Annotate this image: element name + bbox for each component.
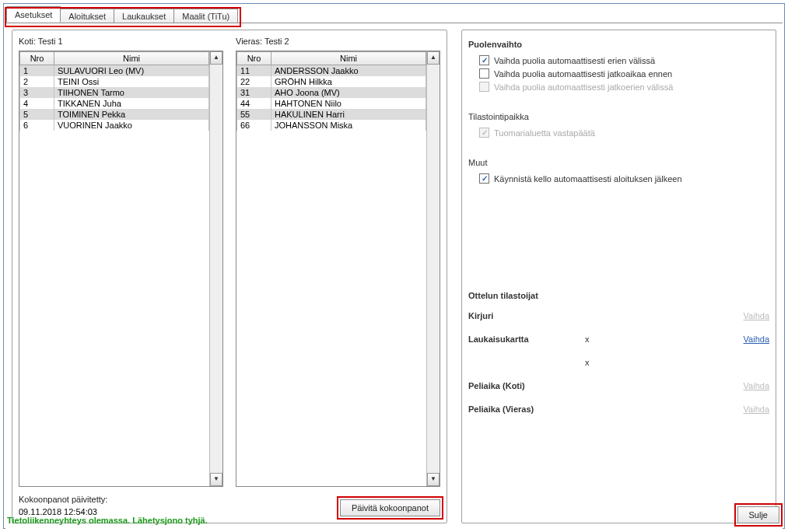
scroll-up-icon[interactable]: ▲	[427, 51, 440, 65]
check-icon: ✓	[482, 57, 488, 65]
tab-label: Maalit (TiTu)	[182, 12, 229, 21]
scroll-up-icon[interactable]: ▲	[210, 51, 222, 65]
scrollbar[interactable]: ▲ ▼	[209, 51, 222, 486]
away-roster-table-wrap: Nro Nimi 11ANDERSSON Jaakko22GRÖHN Hilkk…	[236, 51, 440, 487]
tab-content: Koti: Testi 1 Nro Nimi	[5, 23, 783, 530]
table-row[interactable]: 11ANDERSSON Jaakko	[237, 65, 426, 77]
tab-label: Asetukset	[15, 10, 52, 19]
table-row[interactable]: 55HAKULINEN Harri	[237, 109, 426, 120]
cell-name: VUORINEN Jaakko	[54, 120, 209, 131]
col-header-name[interactable]: Nimi	[54, 52, 209, 65]
table-row[interactable]: 66JOHANSSON Miska	[237, 120, 426, 131]
cell-name: TIIHONEN Tarmo	[54, 87, 209, 98]
rosters-panel: Koti: Testi 1 Nro Nimi	[12, 30, 447, 523]
checkbox-row[interactable]: ✓Vaihda puolia automaattisesti erien väl…	[479, 55, 769, 65]
section-title-stats-people: Ottelun tilastoijat	[468, 291, 769, 300]
app-frame: Asetukset Aloitukset Laukaukset Maalit (…	[3, 3, 785, 529]
checkbox-label: Vaihda puolia automaattisesti erien väli…	[494, 56, 655, 65]
cell-nro: 44	[237, 98, 271, 109]
scrollbar[interactable]: ▲ ▼	[426, 51, 440, 486]
tab-label: Laukaukset	[122, 12, 166, 21]
cell-nro: 31	[237, 87, 271, 98]
stats-person-value: x	[585, 358, 738, 367]
check-icon: ✓	[482, 175, 488, 183]
away-team-label: Vieras: Testi 2	[236, 37, 440, 46]
change-link: Vaihda	[744, 381, 769, 390]
tab-faceoffs[interactable]: Aloitukset	[60, 9, 114, 23]
section-title-side-change: Puolenvaihto	[468, 40, 769, 49]
change-link[interactable]: Vaihda	[744, 334, 769, 344]
stats-role-label: Laukaisukartta	[468, 334, 585, 344]
home-team-label: Koti: Testi 1	[19, 37, 223, 46]
table-row[interactable]: 2TEINI Ossi	[20, 76, 209, 87]
checkbox: ✓	[479, 128, 489, 138]
checkbox-label: Vaihda puolia automaattisesti jatkoerien…	[494, 82, 673, 92]
cell-name: HAKULINEN Harri	[271, 109, 426, 120]
connection-status: Tietoliikenneyhteys olemassa. Lähetysjon…	[7, 516, 208, 525]
cell-name: JOHANSSON Miska	[271, 120, 426, 131]
cell-nro: 4	[20, 98, 54, 109]
home-roster-column: Koti: Testi 1 Nro Nimi	[19, 37, 223, 487]
cell-nro: 11	[237, 65, 271, 77]
cell-nro: 55	[237, 109, 271, 120]
col-header-nro[interactable]: Nro	[237, 52, 271, 65]
change-link: Vaihda	[744, 311, 769, 320]
cell-name: AHO Joona (MV)	[271, 87, 426, 98]
stats-role-label: Peliaika (Vieras)	[468, 404, 585, 414]
tab-shots[interactable]: Laukaukset	[114, 9, 174, 23]
checkbox[interactable]: ✓	[479, 55, 489, 65]
close-button[interactable]: Sulje	[737, 506, 779, 523]
cell-nro: 6	[20, 120, 54, 131]
change-link: Vaihda	[744, 404, 769, 414]
checkbox-label: Vaihda puolia automaattisesti jatkoaikaa…	[494, 69, 672, 79]
stats-person-row: x	[468, 353, 769, 376]
stats-person-row: Peliaika (Koti)Vaihda	[468, 376, 769, 400]
away-roster-column: Vieras: Testi 2 Nro Nimi	[236, 37, 440, 487]
tab-bar: Asetukset Aloitukset Laukaukset Maalit (…	[4, 4, 784, 23]
checkbox-row[interactable]: ✓Käynnistä kello automaattisesti aloituk…	[479, 173, 769, 184]
stats-person-value: x	[585, 334, 744, 344]
table-row[interactable]: 1SULAVUORI Leo (MV)	[20, 65, 209, 77]
away-roster-table[interactable]: Nro Nimi 11ANDERSSON Jaakko22GRÖHN Hilkk…	[236, 51, 426, 131]
table-row[interactable]: 4TIKKANEN Juha	[20, 98, 209, 109]
cell-nro: 1	[20, 65, 54, 77]
tab-label: Aloitukset	[68, 12, 106, 21]
cell-name: HAHTONEN Niilo	[271, 98, 426, 109]
checkbox-row: ✓Tuomarialuetta vastapäätä	[479, 128, 769, 138]
tab-goals[interactable]: Maalit (TiTu)	[173, 9, 238, 23]
checkbox-row: Vaihda puolia automaattisesti jatkoerien…	[479, 82, 769, 92]
table-row[interactable]: 5TOIMINEN Pekka	[20, 109, 209, 120]
cell-name: TIKKANEN Juha	[54, 98, 209, 109]
checkbox-row[interactable]: Vaihda puolia automaattisesti jatkoaikaa…	[479, 68, 769, 79]
section-title-other: Muut	[468, 158, 769, 167]
col-header-name[interactable]: Nimi	[271, 52, 426, 65]
scroll-down-icon[interactable]: ▼	[427, 473, 440, 486]
col-header-nro[interactable]: Nro	[20, 52, 54, 65]
settings-panel: Puolenvaihto ✓Vaihda puolia automaattise…	[461, 30, 776, 523]
checkbox-label: Käynnistä kello automaattisesti aloituks…	[494, 174, 682, 184]
cell-name: TEINI Ossi	[54, 76, 209, 87]
cell-nro: 3	[20, 87, 54, 98]
stats-person-row: LaukaisukarttaxVaihda	[468, 330, 769, 353]
cell-nro: 22	[237, 76, 271, 87]
check-icon: ✓	[482, 129, 488, 137]
checkbox-label: Tuomarialuetta vastapäätä	[494, 128, 595, 138]
tab-settings[interactable]: Asetukset	[6, 6, 61, 23]
scroll-down-icon[interactable]: ▼	[210, 473, 222, 486]
checkbox	[479, 82, 489, 92]
stats-role-label: Peliaika (Koti)	[468, 381, 585, 390]
table-row[interactable]: 31AHO Joona (MV)	[237, 87, 426, 98]
table-row[interactable]: 44HAHTONEN Niilo	[237, 98, 426, 109]
table-row[interactable]: 3TIIHONEN Tarmo	[20, 87, 209, 98]
cell-name: GRÖHN Hilkka	[271, 76, 426, 87]
home-roster-table-wrap: Nro Nimi 1SULAVUORI Leo (MV)2TEINI Ossi3…	[19, 51, 223, 487]
cell-nro: 2	[20, 76, 54, 87]
section-title-stat-place: Tilastointipaikka	[468, 112, 769, 121]
checkbox[interactable]: ✓	[479, 173, 489, 184]
home-roster-table[interactable]: Nro Nimi 1SULAVUORI Leo (MV)2TEINI Ossi3…	[19, 51, 209, 131]
table-row[interactable]: 22GRÖHN Hilkka	[237, 76, 426, 87]
checkbox[interactable]	[479, 68, 489, 79]
table-row[interactable]: 6VUORINEN Jaakko	[20, 120, 209, 131]
cell-nro: 5	[20, 109, 54, 120]
stats-person-row: Peliaika (Vieras)Vaihda	[468, 400, 769, 423]
